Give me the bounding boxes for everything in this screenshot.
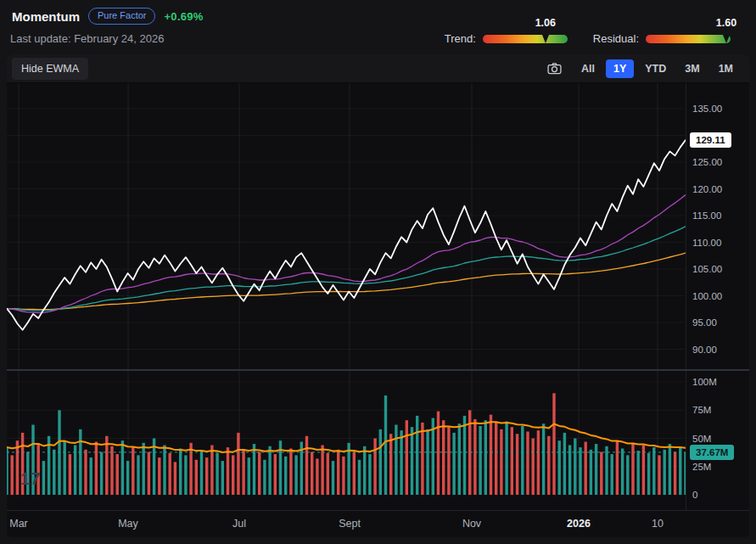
ewma-teal-line [7, 227, 686, 311]
last-price-label: 129.11 [690, 132, 731, 148]
last-update: Last update: February 24, 2026 [10, 32, 164, 45]
residual-label: Residual: [593, 32, 639, 45]
trend-gradient-bar: 1.06 [483, 35, 568, 43]
price-axis-tick: 95.00 [692, 316, 717, 329]
change-percent: +0.69% [164, 10, 203, 23]
price-axis-tick: 120.00 [692, 182, 722, 196]
range-buttons: All1YYTD3M1M [574, 59, 741, 78]
range-button-1y[interactable]: 1Y [606, 59, 634, 78]
price-line [7, 140, 686, 330]
time-axis-label: 10 [637, 518, 678, 530]
range-button-3m[interactable]: 3M [677, 59, 707, 78]
ewma-orange-line [7, 253, 686, 310]
camera-icon [547, 62, 562, 75]
volume-axis-tick: 0 [692, 488, 697, 502]
time-axis-label: Sept [329, 518, 370, 530]
range-button-all[interactable]: All [574, 59, 602, 78]
page-title: Momentum [12, 9, 80, 24]
price-axis[interactable]: 135.00125.00120.00115.00110.00105.00100.… [686, 83, 749, 510]
time-axis-label: Jul [219, 518, 260, 530]
screenshot-button[interactable] [542, 59, 567, 78]
tradingview-logo: 17 [20, 468, 40, 489]
price-axis-tick: 105.00 [692, 262, 722, 276]
price-axis-tick: 115.00 [692, 209, 721, 222]
price-axis-tick: 100.00 [692, 289, 722, 303]
time-axis-label: May [108, 518, 148, 530]
indicator-widgets: Trend: 1.06 Residual: 1.60 [445, 32, 731, 45]
hide-ewma-button[interactable]: Hide EWMA [12, 58, 88, 80]
price-axis-tick: 135.00 [692, 102, 722, 115]
residual-value: 1.60 [716, 17, 736, 29]
last-volume-label: 37.67M [690, 445, 734, 460]
trend-indicator: Trend: 1.06 [445, 32, 568, 45]
trend-label: Trend: [445, 32, 476, 45]
residual-gradient-bar: 1.60 [646, 35, 731, 43]
residual-marker-icon [723, 35, 730, 43]
header: Momentum Pure Factor +0.69% Last update:… [0, 0, 756, 54]
trend-value: 1.06 [535, 17, 556, 29]
volume-axis-tick: 75M [692, 403, 711, 417]
price-axis-tick: 90.00 [692, 343, 717, 356]
range-button-1m[interactable]: 1M [711, 59, 741, 78]
pane-divider[interactable] [7, 369, 749, 371]
time-axis-label: 2026 [558, 518, 599, 530]
volume-axis-tick: 25M [692, 460, 711, 474]
residual-indicator: Residual: 1.60 [593, 32, 731, 45]
time-axis-label: Nov [451, 518, 492, 530]
price-axis-tick: 125.00 [692, 155, 722, 169]
time-axis[interactable]: MarMayJulSeptNov202610 [7, 510, 749, 537]
trend-marker-icon [542, 35, 549, 43]
volume-axis-tick: 100M [692, 375, 717, 389]
chart-canvas[interactable] [7, 83, 686, 510]
range-button-ytd[interactable]: YTD [637, 59, 674, 78]
volume-ma-line [7, 422, 686, 452]
volume-axis-tick: 50M [692, 432, 711, 446]
pure-factor-badge: Pure Factor [88, 8, 155, 25]
chart-panel: Hide EWMA All1YYTD3M1M 135.00125.00120.0… [7, 54, 749, 537]
title-row: Momentum Pure Factor +0.69% [12, 8, 204, 25]
toolbar-right: All1YYTD3M1M [542, 59, 741, 78]
chart-toolbar: Hide EWMA All1YYTD3M1M [7, 54, 749, 83]
time-axis-label: Mar [7, 518, 39, 530]
price-axis-tick: 110.00 [692, 236, 721, 250]
